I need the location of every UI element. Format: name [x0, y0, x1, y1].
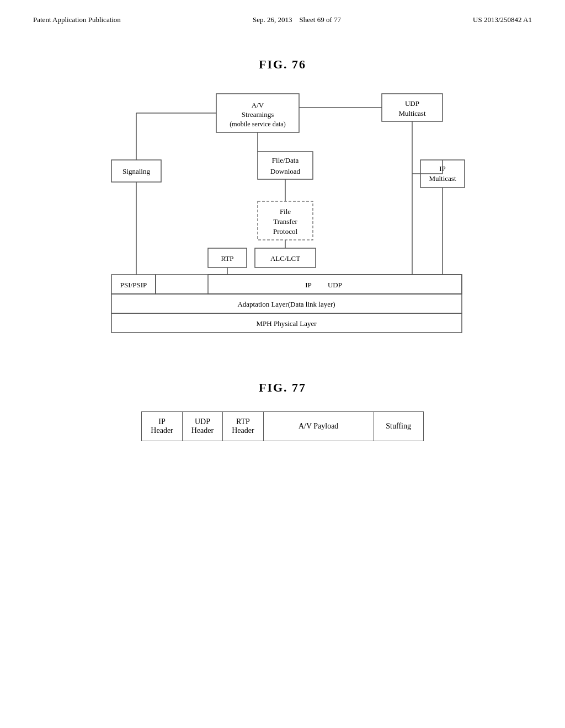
svg-text:IP: IP	[305, 281, 312, 289]
fig76-svg: A/V Streamings (mobile service data) UDP…	[89, 88, 476, 353]
svg-text:Download: Download	[270, 167, 301, 175]
fig77-title: FIG. 77	[33, 381, 532, 395]
fig76-title: FIG. 76	[33, 57, 532, 72]
header-center: Sep. 26, 2013 Sheet 69 of 77	[253, 15, 341, 24]
svg-text:Multicast: Multicast	[429, 174, 456, 183]
table-row: IPHeader UDPHeader RTPHeader A/V Payload…	[142, 412, 423, 441]
cell-av-payload: A/V Payload	[263, 412, 374, 441]
header-right: US 2013/250842 A1	[473, 15, 532, 24]
cell-ip-header: IPHeader	[142, 412, 182, 441]
protocol-table: IPHeader UDPHeader RTPHeader A/V Payload…	[141, 411, 423, 441]
fig77-container: IPHeader UDPHeader RTPHeader A/V Payload…	[33, 411, 532, 441]
svg-text:UDP: UDP	[328, 281, 342, 289]
svg-text:MPH Physical Layer: MPH Physical Layer	[256, 319, 317, 328]
svg-text:PSI/PSIP: PSI/PSIP	[120, 281, 147, 289]
svg-text:Transfer: Transfer	[273, 217, 297, 226]
svg-text:File/Data: File/Data	[272, 156, 299, 164]
svg-text:Signaling: Signaling	[122, 167, 150, 175]
cell-stuffing: Stuffing	[374, 412, 423, 441]
svg-text:Protocol: Protocol	[273, 227, 297, 235]
svg-text:Multicast: Multicast	[398, 109, 425, 117]
svg-text:File: File	[280, 207, 291, 216]
svg-text:(mobile service data): (mobile service data)	[230, 120, 285, 128]
cell-udp-header: UDPHeader	[182, 412, 222, 441]
svg-text:UDP: UDP	[405, 99, 419, 108]
svg-text:RTP: RTP	[221, 254, 233, 263]
page-header: Patent Application Publication Sep. 26, …	[0, 0, 565, 30]
svg-text:ALC/LCT: ALC/LCT	[270, 254, 300, 263]
svg-text:Adaptation Layer(Data link lay: Adaptation Layer(Data link layer)	[237, 300, 335, 308]
page-content: FIG. 76 A/V Streamings (mobile service d…	[0, 30, 565, 452]
header-left: Patent Application Publication	[33, 15, 121, 24]
fig76-diagram: A/V Streamings (mobile service data) UDP…	[33, 88, 532, 353]
cell-rtp-header: RTPHeader	[223, 412, 263, 441]
svg-text:A/V: A/V	[252, 101, 264, 109]
svg-text:Streamings: Streamings	[242, 110, 274, 119]
